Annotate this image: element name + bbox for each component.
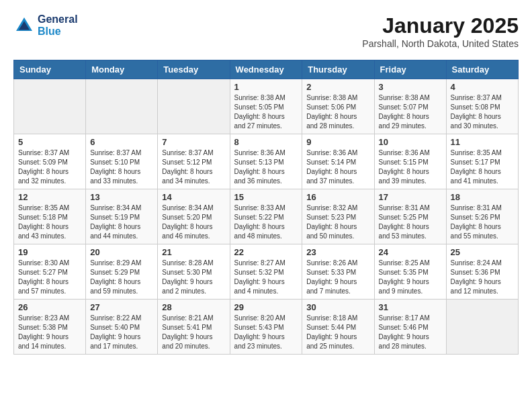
calendar-cell: 12Sunrise: 8:35 AM Sunset: 5:18 PM Dayli… bbox=[14, 189, 86, 244]
day-number: 21 bbox=[162, 247, 225, 257]
day-number: 16 bbox=[306, 192, 369, 202]
day-number: 6 bbox=[90, 137, 153, 147]
calendar-cell: 21Sunrise: 8:28 AM Sunset: 5:30 PM Dayli… bbox=[158, 244, 230, 300]
cell-content: Sunrise: 8:25 AM Sunset: 5:35 PM Dayligh… bbox=[379, 259, 442, 296]
cell-content: Sunrise: 8:23 AM Sunset: 5:38 PM Dayligh… bbox=[18, 314, 81, 351]
day-number: 31 bbox=[379, 302, 442, 312]
calendar-cell: 23Sunrise: 8:26 AM Sunset: 5:33 PM Dayli… bbox=[302, 244, 374, 300]
day-number: 12 bbox=[18, 192, 81, 202]
calendar-cell: 15Sunrise: 8:33 AM Sunset: 5:22 PM Dayli… bbox=[230, 189, 302, 244]
cell-content: Sunrise: 8:33 AM Sunset: 5:22 PM Dayligh… bbox=[234, 203, 298, 241]
cell-content: Sunrise: 8:26 AM Sunset: 5:33 PM Dayligh… bbox=[306, 259, 369, 296]
day-number: 26 bbox=[18, 302, 81, 312]
cell-content: Sunrise: 8:29 AM Sunset: 5:29 PM Dayligh… bbox=[90, 259, 153, 296]
day-number: 17 bbox=[379, 192, 442, 202]
cell-content: Sunrise: 8:17 AM Sunset: 5:46 PM Dayligh… bbox=[379, 314, 442, 351]
calendar-cell: 11Sunrise: 8:35 AM Sunset: 5:17 PM Dayli… bbox=[446, 134, 518, 189]
cell-content: Sunrise: 8:31 AM Sunset: 5:25 PM Dayligh… bbox=[379, 203, 442, 241]
week-row-1: 1Sunrise: 8:38 AM Sunset: 5:05 PM Daylig… bbox=[14, 79, 519, 134]
cell-content: Sunrise: 8:35 AM Sunset: 5:18 PM Dayligh… bbox=[18, 203, 81, 241]
day-number: 3 bbox=[379, 82, 442, 92]
cell-content: Sunrise: 8:36 AM Sunset: 5:15 PM Dayligh… bbox=[379, 148, 442, 186]
calendar-cell: 26Sunrise: 8:23 AM Sunset: 5:38 PM Dayli… bbox=[14, 300, 86, 355]
cell-content: Sunrise: 8:24 AM Sunset: 5:36 PM Dayligh… bbox=[451, 259, 514, 296]
calendar-cell bbox=[86, 79, 158, 134]
calendar-cell: 30Sunrise: 8:18 AM Sunset: 5:44 PM Dayli… bbox=[302, 300, 374, 355]
cell-content: Sunrise: 8:38 AM Sunset: 5:06 PM Dayligh… bbox=[306, 93, 369, 131]
page-subtitle: Parshall, North Dakota, United States bbox=[362, 38, 519, 49]
calendar-table: SundayMondayTuesdayWednesdayThursdayFrid… bbox=[13, 60, 519, 355]
day-header-wednesday: Wednesday bbox=[230, 60, 302, 79]
day-number: 2 bbox=[306, 82, 369, 92]
day-number: 14 bbox=[162, 192, 225, 202]
calendar-cell bbox=[158, 79, 230, 134]
calendar-cell: 17Sunrise: 8:31 AM Sunset: 5:25 PM Dayli… bbox=[374, 189, 446, 244]
cell-content: Sunrise: 8:30 AM Sunset: 5:27 PM Dayligh… bbox=[18, 259, 81, 296]
calendar-cell: 16Sunrise: 8:32 AM Sunset: 5:23 PM Dayli… bbox=[302, 189, 374, 244]
calendar-cell: 7Sunrise: 8:37 AM Sunset: 5:12 PM Daylig… bbox=[158, 134, 230, 189]
day-header-tuesday: Tuesday bbox=[158, 60, 230, 79]
calendar-cell: 3Sunrise: 8:38 AM Sunset: 5:07 PM Daylig… bbox=[374, 79, 446, 134]
calendar-header: SundayMondayTuesdayWednesdayThursdayFrid… bbox=[14, 60, 519, 79]
cell-content: Sunrise: 8:37 AM Sunset: 5:10 PM Dayligh… bbox=[90, 148, 153, 186]
cell-content: Sunrise: 8:35 AM Sunset: 5:17 PM Dayligh… bbox=[451, 148, 514, 186]
day-number: 11 bbox=[451, 137, 514, 147]
cell-content: Sunrise: 8:36 AM Sunset: 5:13 PM Dayligh… bbox=[234, 148, 298, 186]
logo-icon bbox=[13, 15, 35, 36]
day-number: 25 bbox=[451, 247, 514, 257]
week-row-4: 19Sunrise: 8:30 AM Sunset: 5:27 PM Dayli… bbox=[14, 244, 519, 300]
calendar-cell: 22Sunrise: 8:27 AM Sunset: 5:32 PM Dayli… bbox=[230, 244, 302, 300]
day-number: 22 bbox=[234, 247, 298, 257]
day-number: 4 bbox=[451, 82, 514, 92]
day-number: 7 bbox=[162, 137, 225, 147]
day-number: 18 bbox=[451, 192, 514, 202]
logo-text-blue: Blue bbox=[38, 26, 78, 38]
calendar-cell: 14Sunrise: 8:34 AM Sunset: 5:20 PM Dayli… bbox=[158, 189, 230, 244]
day-number: 1 bbox=[234, 82, 298, 92]
calendar-cell: 1Sunrise: 8:38 AM Sunset: 5:05 PM Daylig… bbox=[230, 79, 302, 134]
day-number: 20 bbox=[90, 247, 153, 257]
calendar-cell: 5Sunrise: 8:37 AM Sunset: 5:09 PM Daylig… bbox=[14, 134, 86, 189]
logo-text-general: General bbox=[38, 13, 78, 26]
day-number: 24 bbox=[379, 247, 442, 257]
cell-content: Sunrise: 8:32 AM Sunset: 5:23 PM Dayligh… bbox=[306, 203, 369, 241]
day-header-saturday: Saturday bbox=[446, 60, 518, 79]
week-row-2: 5Sunrise: 8:37 AM Sunset: 5:09 PM Daylig… bbox=[14, 134, 519, 189]
day-number: 19 bbox=[18, 247, 81, 257]
calendar-cell: 24Sunrise: 8:25 AM Sunset: 5:35 PM Dayli… bbox=[374, 244, 446, 300]
day-header-monday: Monday bbox=[86, 60, 158, 79]
calendar-cell bbox=[14, 79, 86, 134]
week-row-5: 26Sunrise: 8:23 AM Sunset: 5:38 PM Dayli… bbox=[14, 300, 519, 355]
calendar-cell: 18Sunrise: 8:31 AM Sunset: 5:26 PM Dayli… bbox=[446, 189, 518, 244]
day-header-friday: Friday bbox=[374, 60, 446, 79]
logo: General Blue bbox=[13, 13, 78, 38]
cell-content: Sunrise: 8:34 AM Sunset: 5:19 PM Dayligh… bbox=[90, 203, 153, 241]
day-header-thursday: Thursday bbox=[302, 60, 374, 79]
page-header: General Blue January 2025 Parshall, Nort… bbox=[13, 13, 519, 49]
cell-content: Sunrise: 8:20 AM Sunset: 5:43 PM Dayligh… bbox=[234, 314, 298, 351]
calendar-cell: 29Sunrise: 8:20 AM Sunset: 5:43 PM Dayli… bbox=[230, 300, 302, 355]
cell-content: Sunrise: 8:37 AM Sunset: 5:09 PM Dayligh… bbox=[18, 148, 81, 186]
day-number: 10 bbox=[379, 137, 442, 147]
cell-content: Sunrise: 8:22 AM Sunset: 5:40 PM Dayligh… bbox=[90, 314, 153, 351]
calendar-cell: 31Sunrise: 8:17 AM Sunset: 5:46 PM Dayli… bbox=[374, 300, 446, 355]
day-number: 30 bbox=[306, 302, 369, 312]
cell-content: Sunrise: 8:31 AM Sunset: 5:26 PM Dayligh… bbox=[451, 203, 514, 241]
day-number: 9 bbox=[306, 137, 369, 147]
calendar-cell: 6Sunrise: 8:37 AM Sunset: 5:10 PM Daylig… bbox=[86, 134, 158, 189]
title-block: January 2025 Parshall, North Dakota, Uni… bbox=[362, 13, 519, 49]
days-of-week-row: SundayMondayTuesdayWednesdayThursdayFrid… bbox=[14, 60, 519, 79]
calendar-cell: 28Sunrise: 8:21 AM Sunset: 5:41 PM Dayli… bbox=[158, 300, 230, 355]
day-number: 23 bbox=[306, 247, 369, 257]
calendar-cell: 9Sunrise: 8:36 AM Sunset: 5:14 PM Daylig… bbox=[302, 134, 374, 189]
cell-content: Sunrise: 8:21 AM Sunset: 5:41 PM Dayligh… bbox=[162, 314, 225, 351]
cell-content: Sunrise: 8:34 AM Sunset: 5:20 PM Dayligh… bbox=[162, 203, 225, 241]
day-number: 13 bbox=[90, 192, 153, 202]
cell-content: Sunrise: 8:37 AM Sunset: 5:08 PM Dayligh… bbox=[451, 93, 514, 131]
calendar-body: 1Sunrise: 8:38 AM Sunset: 5:05 PM Daylig… bbox=[14, 79, 519, 355]
week-row-3: 12Sunrise: 8:35 AM Sunset: 5:18 PM Dayli… bbox=[14, 189, 519, 244]
calendar-cell: 13Sunrise: 8:34 AM Sunset: 5:19 PM Dayli… bbox=[86, 189, 158, 244]
cell-content: Sunrise: 8:28 AM Sunset: 5:30 PM Dayligh… bbox=[162, 259, 225, 296]
cell-content: Sunrise: 8:37 AM Sunset: 5:12 PM Dayligh… bbox=[162, 148, 225, 186]
calendar-cell: 20Sunrise: 8:29 AM Sunset: 5:29 PM Dayli… bbox=[86, 244, 158, 300]
